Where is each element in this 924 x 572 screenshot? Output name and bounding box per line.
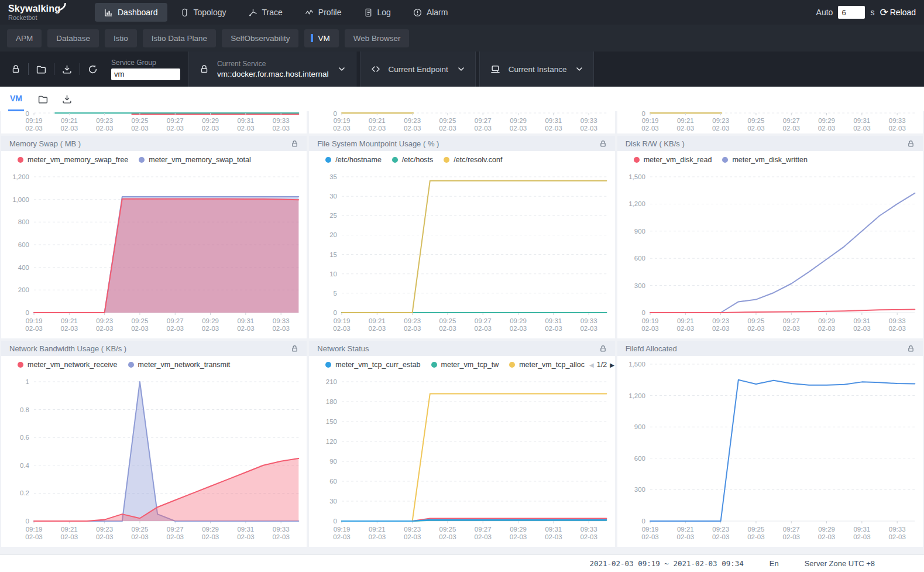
legend-item[interactable]: /etc/hosts xyxy=(392,156,434,164)
refresh-templates-button[interactable] xyxy=(80,64,105,74)
reload-button[interactable]: ⟳Reload xyxy=(880,8,916,18)
legend-item[interactable]: meter_vm_disk_written xyxy=(722,156,808,164)
legend-item[interactable]: /etc/hostname xyxy=(325,156,382,164)
legend-item[interactable]: /etc/resolv.conf xyxy=(444,156,502,164)
nav-item-trace[interactable]: Trace xyxy=(239,3,292,22)
panel-header: File System Mountpoint Usage ( % ) xyxy=(309,136,614,151)
svg-text:09:23: 09:23 xyxy=(404,317,421,324)
svg-text:09:21: 09:21 xyxy=(677,526,694,533)
lock-edit-button[interactable] xyxy=(4,64,28,74)
dashboard-tab-bar: APM Database Istio Istio Data Plane Self… xyxy=(0,25,924,52)
svg-text:09:21: 09:21 xyxy=(369,317,386,324)
svg-text:09:25: 09:25 xyxy=(439,317,456,324)
svg-text:02-03: 02-03 xyxy=(475,125,492,132)
tab-istio[interactable]: Istio xyxy=(105,29,137,47)
cut-chart-3[interactable]: 009:1902-0309:2102-0309:2302-0309:2502-0… xyxy=(617,111,923,133)
disk-rw-chart[interactable]: 03006009001,2001,50009:1902-0309:2102-03… xyxy=(617,169,923,338)
svg-text:09:33: 09:33 xyxy=(888,117,905,124)
memory-swap-chart[interactable]: 02004006008001,0001,20009:1902-0309:2102… xyxy=(1,169,307,338)
panel-network-status: Network Status meter_vm_tcp_curr_estabme… xyxy=(309,341,614,547)
folder-templates-button[interactable] xyxy=(29,64,54,74)
legend-next-icon[interactable]: ▶ xyxy=(610,362,614,368)
network-status-chart[interactable]: 030609012015018021009:1902-0309:2102-030… xyxy=(309,374,614,547)
nav-item-profile[interactable]: Profile xyxy=(296,3,351,22)
svg-text:0: 0 xyxy=(641,518,645,525)
svg-text:09:25: 09:25 xyxy=(747,117,764,124)
legend-item[interactable]: meter_vm_tcp_alloc xyxy=(509,361,585,369)
dashboard-icon xyxy=(104,8,113,17)
filefd-allocated-chart[interactable]: 03006009001,2001,50009:1902-0309:2102-03… xyxy=(617,356,923,547)
nav-item-topology[interactable]: Topology xyxy=(171,3,236,22)
legend-item[interactable]: meter_vm_memory_swap_free xyxy=(18,156,128,164)
svg-text:02-03: 02-03 xyxy=(580,533,597,540)
svg-text:02-03: 02-03 xyxy=(369,325,386,332)
lock-icon[interactable] xyxy=(907,345,915,352)
svg-text:09:29: 09:29 xyxy=(202,317,219,324)
tab-selfobservability[interactable]: SelfObservability xyxy=(222,29,298,47)
dashboard-grid: 009:1902-0309:2102-0309:2302-0309:2502-0… xyxy=(0,111,924,554)
legend-label: /etc/hostname xyxy=(335,156,382,164)
cut-chart-1[interactable]: 009:1902-0309:2102-0309:2302-0309:2502-0… xyxy=(1,111,307,133)
svg-text:1,500: 1,500 xyxy=(628,361,645,368)
tab-label: Istio xyxy=(114,34,128,43)
nav-item-alarm[interactable]: Alarm xyxy=(404,3,458,22)
svg-text:02-03: 02-03 xyxy=(404,533,421,540)
nav-item-dashboard[interactable]: Dashboard xyxy=(95,3,167,22)
legend-item[interactable]: meter_vm_network_transmit xyxy=(128,361,231,369)
legend-item[interactable]: meter_vm_tcp_curr_estab xyxy=(325,361,420,369)
svg-text:02-03: 02-03 xyxy=(888,125,905,132)
nav-item-log[interactable]: Log xyxy=(355,3,400,22)
tab-web-browser[interactable]: Web Browser xyxy=(345,29,410,47)
lock-icon[interactable] xyxy=(291,345,298,352)
legend-item[interactable]: meter_vm_memory_swap_total xyxy=(139,156,250,164)
auto-interval-input[interactable] xyxy=(838,6,865,19)
legend-item[interactable]: meter_vm_tcp_tw xyxy=(431,361,499,369)
svg-text:02-03: 02-03 xyxy=(475,325,492,332)
server-zone[interactable]: Server Zone UTC +8 xyxy=(805,559,875,568)
page-tab-vm[interactable]: VM xyxy=(8,87,24,111)
legend-item[interactable]: meter_vm_disk_read xyxy=(634,156,712,164)
svg-text:0: 0 xyxy=(641,111,645,117)
cut-chart-panel-2: 009:1902-0309:2102-0309:2302-0309:2502-0… xyxy=(309,111,614,133)
current-instance-select[interactable]: Current Instance xyxy=(479,52,595,87)
svg-text:02-03: 02-03 xyxy=(334,125,351,132)
cut-chart-2[interactable]: 009:1902-0309:2102-0309:2302-0309:2502-0… xyxy=(309,111,614,133)
dashboard-toolbar: Service Group Current Service vm::docker… xyxy=(0,52,924,87)
tab-vm[interactable]: VM xyxy=(304,29,338,47)
svg-text:600: 600 xyxy=(634,455,645,462)
export-button[interactable] xyxy=(54,64,80,74)
svg-text:0: 0 xyxy=(26,309,29,316)
svg-text:09:33: 09:33 xyxy=(888,317,905,324)
reload-icon: ⟳ xyxy=(880,8,888,18)
language-toggle[interactable]: En xyxy=(770,559,779,568)
time-range[interactable]: 2021-02-03 09:19 ~ 2021-02-03 09:34 xyxy=(589,559,743,568)
lock-icon[interactable] xyxy=(291,140,298,148)
tab-apm[interactable]: APM xyxy=(7,29,42,47)
tab-database[interactable]: Database xyxy=(47,29,99,47)
legend-pager: ◀ 1/2 ▶ xyxy=(589,361,614,369)
active-tab-indicator xyxy=(311,34,313,42)
network-bandwidth-chart[interactable]: 00.20.40.60.8109:1902-0309:2102-0309:230… xyxy=(1,374,307,547)
app-logo: Skywalking Rocketbot xyxy=(8,4,77,21)
panel-header: Disk R/W ( KB/s ) xyxy=(617,136,923,151)
svg-text:09:25: 09:25 xyxy=(439,117,456,124)
lock-icon[interactable] xyxy=(599,140,607,148)
legend-prev-icon[interactable]: ◀ xyxy=(589,362,594,368)
filesystem-usage-chart[interactable]: 0510152025303509:1902-0309:2102-0309:230… xyxy=(309,169,614,338)
svg-text:09:29: 09:29 xyxy=(510,117,527,124)
lock-icon[interactable] xyxy=(599,345,607,352)
page-folder-button[interactable] xyxy=(38,94,48,104)
svg-text:09:27: 09:27 xyxy=(167,317,184,324)
trace-icon xyxy=(249,8,257,17)
legend-item[interactable]: meter_vm_network_receive xyxy=(18,361,118,369)
page-export-button[interactable] xyxy=(62,94,72,104)
current-service-select[interactable]: Current Service vm::docker.for.mac.host.… xyxy=(188,52,356,87)
panel-disk-rw: Disk R/W ( KB/s ) meter_vm_disk_readmete… xyxy=(617,136,923,338)
legend: /etc/hostname/etc/hosts/etc/resolv.conf xyxy=(309,151,614,169)
lock-icon[interactable] xyxy=(907,140,915,148)
service-group-input[interactable] xyxy=(111,68,180,80)
tab-istio-data-plane[interactable]: Istio Data Plane xyxy=(143,29,216,47)
current-endpoint-select[interactable]: Current Endpoint xyxy=(360,52,476,87)
svg-text:02-03: 02-03 xyxy=(747,125,764,132)
svg-text:09:31: 09:31 xyxy=(545,317,562,324)
